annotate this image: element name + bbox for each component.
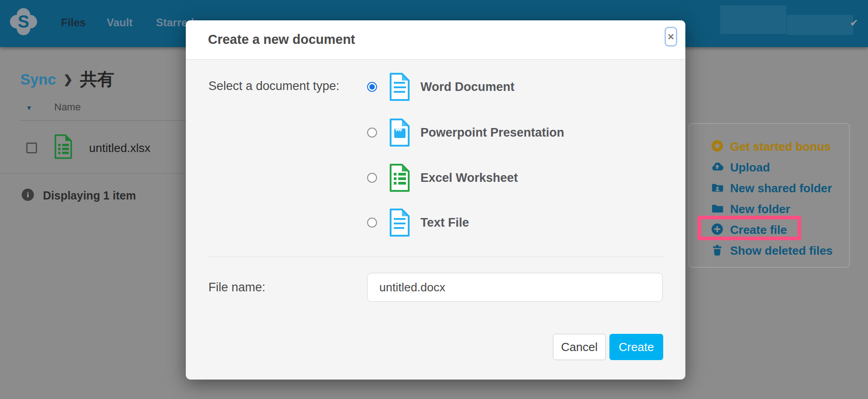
menu-item-new-shared-folder[interactable]: New shared folder [711, 178, 832, 199]
navbar-redacted-block [720, 5, 786, 34]
folder-icon [711, 202, 723, 216]
menu-item-label: Get started bonus [730, 140, 830, 154]
close-icon[interactable]: ✕ [665, 27, 677, 47]
checkmark-icon: ✔ [850, 17, 858, 29]
info-icon: i [22, 189, 34, 201]
nav-tab-vault[interactable]: Vault [107, 16, 132, 29]
option-powerpoint-presentation[interactable]: Powerpoint Presentation [367, 118, 564, 147]
svg-text:S: S [18, 12, 29, 31]
text-file-icon [389, 208, 410, 237]
radio-text-file[interactable] [367, 218, 377, 228]
create-button[interactable]: Create [609, 334, 663, 360]
radio-excel-worksheet[interactable] [367, 173, 377, 183]
option-text-file[interactable]: Text File [367, 208, 469, 238]
word-document-icon [389, 72, 410, 101]
shared-folder-icon [711, 181, 723, 195]
excel-worksheet-icon [389, 163, 410, 192]
modal-header: Create a new document ✕ [186, 20, 685, 60]
radio-word-document[interactable] [367, 82, 377, 92]
option-word-document[interactable]: Word Document [367, 72, 514, 102]
file-row-name[interactable]: untitled.xlsx [89, 141, 151, 155]
option-label: Excel Worksheet [420, 171, 518, 185]
star-circle-icon [711, 140, 723, 154]
radio-powerpoint-presentation[interactable] [367, 128, 377, 138]
file-name-label: File name: [208, 280, 265, 294]
breadcrumb-current-folder: 共有 [80, 68, 114, 91]
menu-item-label: Show deleted files [730, 244, 833, 258]
sort-caret-icon[interactable]: ▾ [27, 103, 31, 113]
column-header-name[interactable]: Name [54, 101, 81, 113]
option-label: Text File [420, 216, 469, 230]
menu-item-label: New shared folder [730, 181, 832, 195]
trash-icon [711, 244, 723, 258]
modal-divider [208, 256, 663, 257]
item-count-status: Displaying 1 item [43, 189, 136, 202]
plus-circle-icon [711, 223, 723, 237]
breadcrumb: Sync ❯ 共有 [20, 68, 114, 91]
cancel-button[interactable]: Cancel [553, 334, 606, 360]
powerpoint-presentation-icon [389, 118, 410, 147]
chevron-right-icon: ❯ [63, 73, 73, 86]
modal-title: Create a new document [208, 32, 355, 47]
menu-item-show-deleted-files[interactable]: Show deleted files [711, 240, 833, 261]
option-excel-worksheet[interactable]: Excel Worksheet [367, 163, 518, 193]
menu-item-upload[interactable]: Upload [711, 157, 770, 178]
spreadsheet-file-icon [54, 134, 73, 161]
nav-tab-files[interactable]: Files [61, 16, 86, 29]
action-menu-panel: Get started bonus Upload New shared fold… [689, 123, 850, 268]
cloud-upload-icon [711, 161, 723, 175]
create-document-modal: Create a new document ✕ Select a documen… [186, 20, 685, 380]
option-label: Powerpoint Presentation [420, 126, 564, 140]
menu-item-label: New folder [730, 202, 790, 216]
sync-logo-icon[interactable]: S [9, 7, 38, 36]
file-name-input[interactable] [367, 273, 663, 302]
menu-item-label: Create file [730, 223, 787, 237]
document-type-label: Select a document type: [208, 79, 340, 93]
menu-item-label: Upload [730, 161, 770, 175]
file-row-checkbox[interactable] [26, 142, 37, 153]
option-label: Word Document [420, 80, 514, 94]
menu-item-new-folder[interactable]: New folder [711, 199, 790, 219]
menu-item-get-started-bonus[interactable]: Get started bonus [711, 136, 830, 157]
menu-item-create-file[interactable]: Create file [711, 219, 787, 240]
breadcrumb-root-link[interactable]: Sync [20, 71, 56, 88]
navbar-redacted-block [787, 15, 853, 35]
